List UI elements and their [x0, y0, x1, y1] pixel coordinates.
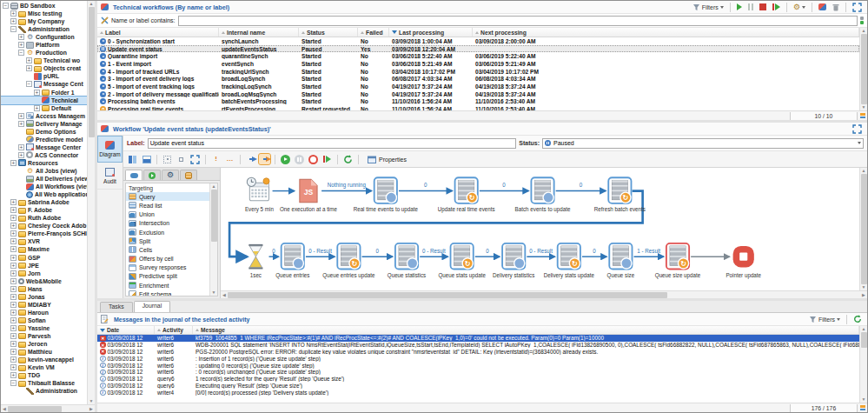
tree-item-production[interactable]: −⚙Production: [1, 49, 87, 57]
expand-toggle-icon[interactable]: +: [18, 42, 24, 48]
scroll-down-icon[interactable]: ▼: [89, 398, 94, 404]
restart-button[interactable]: [321, 154, 333, 164]
journal-row-0[interactable]: ✕03/09/2018 12writer6kf3759_1064855_1 WH…: [97, 335, 859, 342]
palette-tab-events[interactable]: [180, 170, 197, 180]
tree-item-mdiaby[interactable]: +MDIABY: [1, 301, 87, 309]
journal-column-header-activity[interactable]: Activity: [155, 326, 193, 334]
expand-toggle-icon[interactable]: +: [10, 160, 17, 166]
palette-item-edit-schema[interactable]: Edit schema: [126, 290, 209, 296]
tree-item-misc-testing[interactable]: +Misc testing: [1, 10, 87, 17]
tree-item-sabrina-adobe[interactable]: +Sabrina Adobe: [1, 198, 87, 206]
collapse-toggle-icon[interactable]: −: [18, 50, 24, 56]
workflow-row-broadlogmsgsynch[interactable]: 2 - Import of delivery message qualifica…: [97, 90, 859, 98]
name-filter-input[interactable]: [178, 16, 858, 26]
expand-toggle-icon[interactable]: +: [34, 105, 40, 111]
expand-toggle-icon[interactable]: +: [10, 207, 17, 213]
expand-toggle-icon[interactable]: +: [10, 302, 17, 308]
scroll-down-icon[interactable]: ▼: [212, 290, 216, 296]
scrollbar-thumb[interactable]: [211, 190, 217, 242]
expand-toggle-icon[interactable]: +: [10, 263, 17, 269]
canvas-horizontal-scrollbar[interactable]: ◀ ▶: [221, 290, 867, 298]
node-queue-statistics[interactable]: [395, 243, 418, 270]
palette-item-read-list[interactable]: Read list: [126, 201, 209, 210]
scroll-up-icon[interactable]: ▲: [862, 326, 866, 332]
properties-button[interactable]: Properties: [363, 154, 411, 165]
tab-diagram[interactable]: Diagram: [97, 136, 123, 163]
tree-item-jeroen[interactable]: +Jeroen: [1, 340, 87, 348]
restart-workflow-button[interactable]: [771, 3, 782, 11]
stop-workflow-button[interactable]: [758, 3, 768, 11]
expand-toggle-icon[interactable]: +: [10, 325, 17, 331]
scroll-down-icon[interactable]: ▼: [862, 104, 866, 110]
journal-row-8[interactable]: i03/09/2018 12writer4[0/0] record(s) pro…: [97, 389, 859, 396]
expand-toggle-icon[interactable]: +: [10, 18, 17, 24]
node-delivery-stats-update[interactable]: ↻: [558, 243, 580, 270]
column-header-failed[interactable]: Failed: [358, 28, 389, 37]
tree-item-jpe[interactable]: +JPE: [1, 262, 87, 270]
workflow-row-batcheventsprocessing[interactable]: Processing batch eventsbatchEventsProces…: [97, 98, 859, 106]
tree-item-ruth-adobe[interactable]: +Ruth Adobe: [1, 214, 87, 222]
expand-toggle-icon[interactable]: +: [10, 270, 17, 276]
actions-menu-button[interactable]: ⚙: [792, 3, 807, 12]
node-every-5-min[interactable]: [247, 177, 269, 201]
scroll-up-icon[interactable]: ▲: [89, 1, 94, 7]
journal-row-5[interactable]: i03/09/2018 12writer6: 0 record(s) uncha…: [97, 369, 859, 376]
scrollbar-thumb[interactable]: [89, 7, 95, 137]
stop-button[interactable]: [308, 154, 319, 164]
tree-item-matthieu[interactable]: +Matthieu: [1, 348, 87, 356]
expand-toggle-icon[interactable]: +: [18, 113, 24, 119]
palette-item-exclusion[interactable]: Exclusion: [126, 228, 209, 236]
scroll-left-icon[interactable]: ◀: [221, 292, 228, 297]
node-one-execution-at-a-time[interactable]: JS: [300, 179, 317, 203]
workflow-diagram-canvas[interactable]: Nothing running00000 - Result00 - Result…: [221, 168, 867, 298]
tree-item-resources[interactable]: +Resources: [1, 159, 87, 167]
node-queue-stats-update[interactable]: ↻: [451, 243, 474, 270]
tree-item-delivery-manage[interactable]: +Delivery Manage: [1, 120, 87, 128]
workflow-row-trackingurlsynch[interactable]: 4 - Import of tracked URLstrackingUrlSyn…: [97, 68, 859, 76]
tree-item-bd-sandbox[interactable]: −BD Sandbox: [1, 2, 87, 10]
expand-toggle-icon[interactable]: +: [10, 317, 17, 323]
node-queue-entries[interactable]: [282, 243, 304, 270]
tree-item-administration[interactable]: +Administration: [1, 387, 87, 395]
scroll-down-icon[interactable]: ▼: [862, 284, 866, 290]
node-queue-size[interactable]: [609, 243, 632, 270]
pause-button[interactable]: [294, 154, 305, 164]
tree-item-tdg[interactable]: +TDG: [1, 371, 87, 379]
filter-options-icon[interactable]: [860, 17, 864, 24]
expand-toggle-icon[interactable]: +: [10, 199, 17, 205]
expand-toggle-icon[interactable]: +: [10, 349, 17, 355]
node-1sec[interactable]: [248, 244, 262, 270]
tree-item-access-managem[interactable]: +Access Managem: [1, 112, 87, 120]
refresh-journal-button[interactable]: [851, 314, 864, 324]
tree-item-kevin-vancappel[interactable]: +kevin-vancappel: [1, 356, 87, 363]
column-header-last-processing[interactable]: Last processing: [389, 28, 473, 37]
workflow-status-select[interactable]: Paused: [542, 138, 864, 149]
journal-column-header-message[interactable]: Message: [193, 326, 859, 334]
canvas-vertical-scrollbar[interactable]: ▲ ▼: [859, 168, 867, 290]
maximize-panel-button[interactable]: [851, 123, 864, 135]
expand-toggle-icon[interactable]: +: [10, 10, 17, 17]
zoom-selection-button[interactable]: [189, 154, 201, 164]
workflow-row-broadlogsynch[interactable]: 3 - Import of event delivery logsbroadLo…: [97, 75, 859, 83]
palette-item-union[interactable]: Union: [126, 210, 209, 219]
node-update-real-time-events[interactable]: ↻: [455, 177, 478, 203]
scroll-up-icon[interactable]: ▲: [862, 28, 866, 34]
tree-item-pierre-fran-ois-schi[interactable]: +Pierre-François SCHI: [1, 230, 87, 237]
expand-toggle-icon[interactable]: +: [26, 57, 32, 63]
tree-item-administration[interactable]: −Administration: [1, 25, 87, 33]
scrollbar-thumb[interactable]: [861, 174, 867, 284]
collapse-toggle-icon[interactable]: −: [10, 26, 17, 32]
node-pointer-update[interactable]: [733, 246, 754, 268]
refresh-diagram-button[interactable]: [342, 154, 354, 164]
zoom-fit-button[interactable]: [162, 154, 173, 164]
tree-item-technical-wo[interactable]: +Technical wo: [1, 57, 87, 64]
delete-workflow-button[interactable]: [831, 3, 841, 12]
tree-item-default[interactable]: +Default: [1, 104, 87, 112]
maximize-panel-button[interactable]: [851, 2, 864, 13]
workflow-row-quarantinesynch[interactable]: Quarantine importquarantineSynchStartedN…: [97, 52, 859, 60]
scrollbar-thumb[interactable]: [861, 332, 867, 348]
tree-item-hans[interactable]: +Hans: [1, 285, 87, 293]
expand-toggle-icon[interactable]: +: [10, 372, 17, 378]
expand-toggle-icon[interactable]: +: [10, 278, 17, 284]
scroll-down-icon[interactable]: ▼: [862, 396, 866, 403]
